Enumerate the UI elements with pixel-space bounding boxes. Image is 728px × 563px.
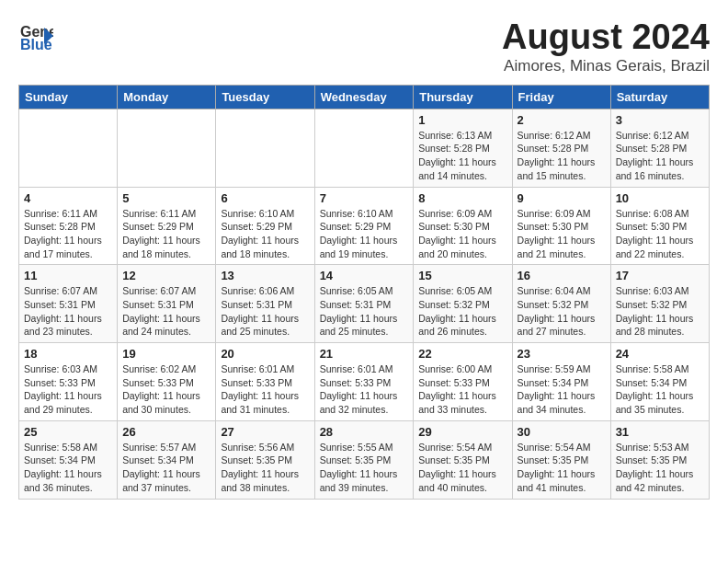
day-info: Sunrise: 6:06 AM Sunset: 5:31 PM Dayligh…: [221, 284, 309, 339]
day-info: Sunrise: 6:03 AM Sunset: 5:33 PM Dayligh…: [24, 362, 112, 417]
calendar-cell: [19, 109, 118, 187]
day-number: 27: [221, 425, 309, 439]
calendar-week-row: 25Sunrise: 5:58 AM Sunset: 5:34 PM Dayli…: [19, 420, 710, 499]
calendar-cell: 27Sunrise: 5:56 AM Sunset: 5:35 PM Dayli…: [216, 420, 314, 499]
calendar-week-row: 11Sunrise: 6:07 AM Sunset: 5:31 PM Dayli…: [19, 265, 710, 343]
day-number: 24: [616, 347, 704, 361]
day-number: 17: [616, 269, 704, 282]
day-number: 9: [518, 191, 606, 205]
calendar-cell: 28Sunrise: 5:55 AM Sunset: 5:35 PM Dayli…: [314, 420, 414, 499]
calendar-cell: 18Sunrise: 6:03 AM Sunset: 5:33 PM Dayli…: [19, 343, 118, 421]
calendar-week-row: 4Sunrise: 6:11 AM Sunset: 5:28 PM Daylig…: [19, 187, 710, 265]
day-info: Sunrise: 5:58 AM Sunset: 5:34 PM Dayligh…: [616, 362, 704, 417]
day-of-week-header: Monday: [118, 85, 216, 109]
day-info: Sunrise: 6:07 AM Sunset: 5:31 PM Dayligh…: [24, 284, 112, 339]
day-number: 25: [24, 425, 112, 439]
logo-icon: General Blue: [18, 18, 53, 53]
calendar-cell: 13Sunrise: 6:06 AM Sunset: 5:31 PM Dayli…: [216, 265, 314, 343]
day-number: 29: [418, 425, 506, 439]
day-number: 26: [122, 425, 210, 439]
calendar-body: 1Sunrise: 6:13 AM Sunset: 5:28 PM Daylig…: [19, 109, 710, 499]
day-info: Sunrise: 6:09 AM Sunset: 5:30 PM Dayligh…: [518, 207, 606, 261]
day-number: 8: [418, 191, 506, 205]
day-info: Sunrise: 6:07 AM Sunset: 5:31 PM Dayligh…: [122, 284, 210, 339]
day-number: 12: [122, 269, 210, 282]
title-block: August 2024 Aimores, Minas Gerais, Brazi…: [502, 18, 710, 75]
day-info: Sunrise: 5:57 AM Sunset: 5:34 PM Dayligh…: [122, 441, 210, 495]
day-number: 2: [518, 113, 606, 127]
calendar-cell: [216, 109, 314, 187]
day-number: 4: [24, 191, 112, 205]
day-info: Sunrise: 6:10 AM Sunset: 5:29 PM Dayligh…: [221, 207, 309, 261]
day-info: Sunrise: 6:12 AM Sunset: 5:28 PM Dayligh…: [518, 129, 606, 183]
calendar-cell: 5Sunrise: 6:11 AM Sunset: 5:29 PM Daylig…: [118, 187, 216, 265]
day-info: Sunrise: 6:02 AM Sunset: 5:33 PM Dayligh…: [122, 362, 210, 417]
day-number: 28: [320, 425, 409, 439]
calendar-cell: 4Sunrise: 6:11 AM Sunset: 5:28 PM Daylig…: [19, 187, 118, 265]
calendar-cell: 12Sunrise: 6:07 AM Sunset: 5:31 PM Dayli…: [118, 265, 216, 343]
day-info: Sunrise: 6:09 AM Sunset: 5:30 PM Dayligh…: [418, 207, 506, 261]
day-of-week-header: Tuesday: [216, 85, 314, 109]
calendar-cell: 1Sunrise: 6:13 AM Sunset: 5:28 PM Daylig…: [414, 109, 512, 187]
calendar-cell: 3Sunrise: 6:12 AM Sunset: 5:28 PM Daylig…: [610, 109, 709, 187]
calendar-cell: 30Sunrise: 5:54 AM Sunset: 5:35 PM Dayli…: [512, 420, 610, 499]
day-number: 5: [122, 191, 210, 205]
day-number: 30: [518, 425, 606, 439]
day-of-week-header: Sunday: [19, 85, 118, 109]
day-info: Sunrise: 5:54 AM Sunset: 5:35 PM Dayligh…: [418, 441, 506, 495]
day-number: 22: [418, 347, 506, 361]
day-number: 7: [320, 191, 409, 205]
day-info: Sunrise: 6:12 AM Sunset: 5:28 PM Dayligh…: [616, 129, 704, 183]
days-of-week-row: SundayMondayTuesdayWednesdayThursdayFrid…: [19, 85, 710, 109]
day-info: Sunrise: 6:08 AM Sunset: 5:30 PM Dayligh…: [616, 207, 704, 261]
day-number: 23: [518, 347, 606, 361]
calendar-cell: 23Sunrise: 5:59 AM Sunset: 5:34 PM Dayli…: [512, 343, 610, 421]
calendar-cell: 31Sunrise: 5:53 AM Sunset: 5:35 PM Dayli…: [610, 420, 709, 499]
day-info: Sunrise: 6:05 AM Sunset: 5:31 PM Dayligh…: [320, 284, 409, 339]
day-of-week-header: Wednesday: [314, 85, 414, 109]
page-header: General Blue August 2024 Aimores, Minas …: [18, 18, 710, 75]
day-number: 20: [221, 347, 309, 361]
day-info: Sunrise: 5:53 AM Sunset: 5:35 PM Dayligh…: [616, 441, 704, 495]
day-info: Sunrise: 5:59 AM Sunset: 5:34 PM Dayligh…: [518, 362, 606, 417]
day-info: Sunrise: 6:13 AM Sunset: 5:28 PM Dayligh…: [418, 129, 506, 183]
day-info: Sunrise: 6:10 AM Sunset: 5:29 PM Dayligh…: [320, 207, 409, 261]
calendar-cell: 24Sunrise: 5:58 AM Sunset: 5:34 PM Dayli…: [610, 343, 709, 421]
calendar-table: SundayMondayTuesdayWednesdayThursdayFrid…: [18, 85, 710, 500]
calendar-cell: 11Sunrise: 6:07 AM Sunset: 5:31 PM Dayli…: [19, 265, 118, 343]
day-number: 14: [320, 269, 409, 282]
day-of-week-header: Saturday: [610, 85, 709, 109]
day-info: Sunrise: 6:11 AM Sunset: 5:29 PM Dayligh…: [122, 207, 210, 261]
calendar-cell: 2Sunrise: 6:12 AM Sunset: 5:28 PM Daylig…: [512, 109, 610, 187]
location: Aimores, Minas Gerais, Brazil: [502, 57, 710, 75]
calendar-cell: 8Sunrise: 6:09 AM Sunset: 5:30 PM Daylig…: [414, 187, 512, 265]
calendar-cell: 26Sunrise: 5:57 AM Sunset: 5:34 PM Dayli…: [118, 420, 216, 499]
calendar-cell: 20Sunrise: 6:01 AM Sunset: 5:33 PM Dayli…: [216, 343, 314, 421]
calendar-cell: 19Sunrise: 6:02 AM Sunset: 5:33 PM Dayli…: [118, 343, 216, 421]
day-info: Sunrise: 5:55 AM Sunset: 5:35 PM Dayligh…: [320, 441, 409, 495]
calendar-cell: [314, 109, 414, 187]
day-number: 21: [320, 347, 409, 361]
calendar-cell: 7Sunrise: 6:10 AM Sunset: 5:29 PM Daylig…: [314, 187, 414, 265]
calendar-cell: 21Sunrise: 6:01 AM Sunset: 5:33 PM Dayli…: [314, 343, 414, 421]
day-info: Sunrise: 5:58 AM Sunset: 5:34 PM Dayligh…: [24, 441, 112, 495]
calendar-cell: 16Sunrise: 6:04 AM Sunset: 5:32 PM Dayli…: [512, 265, 610, 343]
calendar-cell: 6Sunrise: 6:10 AM Sunset: 5:29 PM Daylig…: [216, 187, 314, 265]
day-number: 11: [24, 269, 112, 282]
day-number: 16: [518, 269, 606, 282]
day-info: Sunrise: 5:56 AM Sunset: 5:35 PM Dayligh…: [221, 441, 309, 495]
calendar-cell: [118, 109, 216, 187]
calendar-cell: 9Sunrise: 6:09 AM Sunset: 5:30 PM Daylig…: [512, 187, 610, 265]
day-info: Sunrise: 6:03 AM Sunset: 5:32 PM Dayligh…: [616, 284, 704, 339]
day-info: Sunrise: 6:01 AM Sunset: 5:33 PM Dayligh…: [320, 362, 409, 417]
day-info: Sunrise: 5:54 AM Sunset: 5:35 PM Dayligh…: [518, 441, 606, 495]
logo: General Blue: [18, 18, 53, 53]
day-number: 10: [616, 191, 704, 205]
day-number: 19: [122, 347, 210, 361]
day-info: Sunrise: 6:11 AM Sunset: 5:28 PM Dayligh…: [24, 207, 112, 261]
calendar-cell: 17Sunrise: 6:03 AM Sunset: 5:32 PM Dayli…: [610, 265, 709, 343]
day-number: 13: [221, 269, 309, 282]
day-number: 3: [616, 113, 704, 127]
day-info: Sunrise: 6:04 AM Sunset: 5:32 PM Dayligh…: [518, 284, 606, 339]
day-number: 6: [221, 191, 309, 205]
